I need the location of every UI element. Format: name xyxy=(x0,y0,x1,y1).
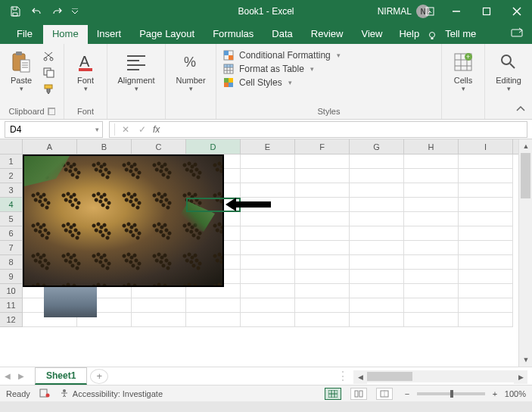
format-painter-icon[interactable] xyxy=(41,83,58,95)
horizontal-scrollbar[interactable]: ◀ ▶ xyxy=(353,370,527,382)
zoom-level[interactable]: 100% xyxy=(505,389,526,398)
cell[interactable] xyxy=(295,313,350,327)
cell[interactable] xyxy=(241,154,295,169)
cell[interactable] xyxy=(350,255,404,270)
tab-view[interactable]: View xyxy=(352,25,391,44)
cell[interactable] xyxy=(132,313,186,327)
cell[interactable] xyxy=(186,298,241,313)
scroll-up-icon[interactable]: ▲ xyxy=(519,139,532,153)
scroll-thumb[interactable] xyxy=(367,372,412,381)
cell[interactable] xyxy=(295,255,350,270)
name-box[interactable]: D4▾ xyxy=(5,121,103,138)
row-header[interactable]: 1 xyxy=(0,154,23,169)
tab-home[interactable]: Home xyxy=(43,25,88,44)
cell[interactable] xyxy=(459,169,513,183)
cell[interactable] xyxy=(241,241,295,255)
row-header[interactable]: 10 xyxy=(0,284,23,298)
chevron-down-icon[interactable]: ▾ xyxy=(95,126,99,133)
cell[interactable] xyxy=(295,284,350,298)
scroll-left-icon[interactable]: ◀ xyxy=(353,370,367,384)
cell[interactable] xyxy=(350,284,404,298)
row-header[interactable]: 3 xyxy=(0,183,23,198)
cell[interactable] xyxy=(295,198,350,212)
cell[interactable] xyxy=(295,212,350,226)
close-button[interactable] xyxy=(502,0,532,23)
ribbon-display-options-icon[interactable] xyxy=(418,0,441,23)
number-button[interactable]: % Number ▾ xyxy=(172,47,210,92)
undo-icon[interactable] xyxy=(27,2,45,20)
cells-button[interactable]: + Cells ▾ xyxy=(448,47,478,92)
cancel-formula-icon[interactable]: ✕ xyxy=(120,124,132,135)
insert-function-icon[interactable]: fx xyxy=(153,124,160,135)
cell[interactable] xyxy=(459,298,513,313)
cell[interactable] xyxy=(404,298,459,313)
cell[interactable] xyxy=(295,298,350,313)
cell[interactable] xyxy=(350,313,404,327)
cell[interactable] xyxy=(241,226,295,241)
cell[interactable] xyxy=(350,169,404,183)
cell[interactable] xyxy=(241,298,295,313)
cell[interactable] xyxy=(295,241,350,255)
cell[interactable] xyxy=(295,270,350,284)
copy-icon[interactable] xyxy=(41,67,58,79)
cell[interactable] xyxy=(295,169,350,183)
cell[interactable] xyxy=(459,270,513,284)
cell[interactable] xyxy=(459,226,513,241)
column-header[interactable]: A xyxy=(23,139,77,154)
qat-customize-icon[interactable] xyxy=(70,2,80,20)
cell[interactable] xyxy=(295,226,350,241)
save-icon[interactable] xyxy=(6,2,24,20)
vertical-scrollbar[interactable]: ▲ ▼ xyxy=(518,139,532,367)
tab-help[interactable]: Help xyxy=(391,25,427,44)
column-header[interactable]: B xyxy=(77,139,132,154)
accessibility-checker[interactable]: Accessibility: Investigate xyxy=(59,389,163,399)
cell[interactable] xyxy=(404,226,459,241)
cell[interactable] xyxy=(350,212,404,226)
cell[interactable] xyxy=(404,313,459,327)
dialog-launcher-icon[interactable] xyxy=(48,108,55,115)
cell[interactable] xyxy=(241,183,295,198)
scroll-thumb[interactable] xyxy=(521,153,530,198)
share-icon[interactable] xyxy=(503,23,532,44)
cell[interactable] xyxy=(459,313,513,327)
cell[interactable] xyxy=(350,154,404,169)
scroll-down-icon[interactable]: ▼ xyxy=(519,353,532,367)
cell[interactable] xyxy=(459,284,513,298)
row-header[interactable]: 7 xyxy=(0,241,23,255)
view-normal-icon[interactable] xyxy=(325,388,341,400)
row-header[interactable]: 2 xyxy=(0,169,23,183)
editing-button[interactable]: Editing ▾ xyxy=(491,47,526,92)
row-header[interactable]: 12 xyxy=(0,313,23,327)
column-header[interactable]: F xyxy=(295,139,350,154)
cell[interactable] xyxy=(404,270,459,284)
zoom-thumb[interactable] xyxy=(450,390,453,398)
tab-file[interactable]: File xyxy=(6,25,43,44)
format-as-table-button[interactable]: Format as Table▾ xyxy=(222,64,341,74)
zoom-in-button[interactable]: + xyxy=(490,389,500,398)
zoom-out-button[interactable]: − xyxy=(402,389,412,398)
cell[interactable] xyxy=(459,154,513,169)
redo-icon[interactable] xyxy=(48,2,67,20)
sheet-nav-next-icon[interactable]: ▶ xyxy=(14,372,27,380)
minimize-button[interactable] xyxy=(441,0,471,23)
conditional-formatting-button[interactable]: Conditional Formatting▾ xyxy=(222,50,341,61)
tab-data[interactable]: Data xyxy=(263,25,301,44)
cell[interactable] xyxy=(350,270,404,284)
cell[interactable] xyxy=(404,212,459,226)
cell[interactable] xyxy=(459,241,513,255)
cell[interactable] xyxy=(241,284,295,298)
cell[interactable] xyxy=(350,226,404,241)
cell[interactable] xyxy=(459,183,513,198)
column-header[interactable]: C xyxy=(132,139,186,154)
cell[interactable] xyxy=(404,169,459,183)
tab-page-layout[interactable]: Page Layout xyxy=(130,25,204,44)
cell[interactable] xyxy=(350,298,404,313)
column-header[interactable]: G xyxy=(350,139,404,154)
scroll-track[interactable] xyxy=(519,153,532,353)
tell-me[interactable]: Tell me xyxy=(437,25,484,44)
cell[interactable] xyxy=(241,255,295,270)
cell[interactable] xyxy=(350,183,404,198)
embedded-object-leopard[interactable] xyxy=(23,154,224,287)
zoom-slider[interactable] xyxy=(417,392,485,395)
view-page-break-icon[interactable] xyxy=(376,388,393,400)
